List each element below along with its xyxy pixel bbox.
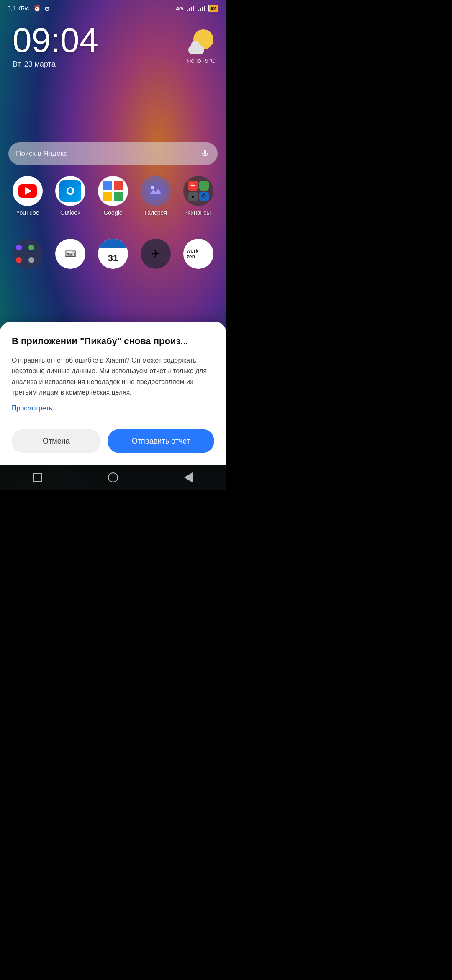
app-item-gallery[interactable]: Галерея bbox=[137, 176, 175, 216]
dialog-title: В приложении "Пикабу" снова произ... bbox=[12, 335, 214, 348]
dialog-body: Отправить отчет об ошибке в Xiaomi? Он м… bbox=[12, 355, 214, 398]
status-right: 4G 92 bbox=[176, 5, 218, 12]
cal-top-bar bbox=[98, 239, 128, 248]
outlook-inner: O bbox=[59, 180, 81, 202]
mi-3 bbox=[16, 257, 22, 263]
gallery-label: Галерея bbox=[144, 209, 167, 216]
clock-date: Вт, 23 марта bbox=[13, 60, 98, 69]
calendar-icon: 31 bbox=[98, 239, 128, 269]
alarm-icon: ⏰ bbox=[33, 5, 41, 12]
g-green bbox=[114, 192, 123, 201]
youtube-label: YouTube bbox=[16, 209, 39, 216]
g-blue bbox=[103, 181, 112, 190]
fi-4: G bbox=[199, 192, 209, 202]
svg-point-1 bbox=[151, 186, 154, 189]
dialog-buttons: Отмена Отправить отчет bbox=[12, 429, 214, 453]
weather-section: Ясно -9°C bbox=[187, 29, 216, 64]
mic-icon[interactable] bbox=[200, 149, 210, 159]
svg-point-0 bbox=[146, 182, 165, 200]
clock-section: 09:04 Вт, 23 марта bbox=[13, 23, 98, 69]
app-item-calendar[interactable]: 31 bbox=[94, 239, 132, 269]
app-item-google[interactable]: Google bbox=[94, 176, 132, 216]
network-4g-icon: 4G bbox=[176, 5, 183, 12]
dialog-view-link[interactable]: Просмотреть bbox=[12, 405, 52, 412]
finance-label: Финансы bbox=[186, 209, 211, 216]
mi-4 bbox=[28, 257, 34, 263]
app-item-telegram[interactable]: ✈ bbox=[137, 239, 175, 269]
g-red bbox=[114, 181, 123, 190]
home-button[interactable] bbox=[105, 470, 121, 485]
outlook-icon: O bbox=[55, 176, 85, 206]
workzen-icon: work zen bbox=[183, 239, 213, 269]
google-label: Google bbox=[103, 209, 122, 216]
app-grid-row1: YouTube O Outlook Google Галере bbox=[0, 176, 226, 216]
search-placeholder: Поиск в Яндекс bbox=[16, 150, 200, 158]
battery-indicator: 92 bbox=[208, 5, 218, 12]
google-account-icon: G bbox=[45, 5, 50, 12]
yt-triangle bbox=[25, 187, 32, 195]
recents-button[interactable] bbox=[30, 470, 45, 485]
mi-2 bbox=[28, 245, 34, 250]
fi-2 bbox=[199, 181, 209, 191]
telegram-icon: ✈ bbox=[141, 239, 171, 269]
clock-time: 09:04 bbox=[13, 23, 98, 57]
app-item-multi[interactable] bbox=[9, 239, 46, 269]
app-item-workzen[interactable]: work zen bbox=[180, 239, 217, 269]
send-report-button[interactable]: Отправить отчет bbox=[108, 429, 214, 453]
app-item-youtube[interactable]: YouTube bbox=[9, 176, 46, 216]
youtube-icon bbox=[13, 176, 43, 206]
cancel-button[interactable]: Отмена bbox=[12, 429, 101, 453]
search-bar[interactable]: Поиск в Яндекс bbox=[8, 142, 218, 165]
status-left: 0,1 КБ/с ⏰ G bbox=[8, 5, 49, 12]
network-speed: 0,1 КБ/с bbox=[8, 5, 29, 12]
weather-label: Ясно -9°C bbox=[187, 57, 216, 64]
keyboard-icon: ⌨ bbox=[55, 239, 85, 269]
app-item-keyboard[interactable]: ⌨ bbox=[51, 239, 89, 269]
mi-1 bbox=[16, 245, 22, 250]
app-item-outlook[interactable]: O Outlook bbox=[51, 176, 89, 216]
outlook-label: Outlook bbox=[60, 209, 80, 216]
finance-icon: ⛔ ● G bbox=[183, 176, 213, 206]
weather-icon bbox=[188, 29, 213, 54]
navigation-bar bbox=[0, 465, 226, 490]
app-grid-row2: ⌨ 31 ✈ work zen bbox=[0, 239, 226, 269]
recents-icon bbox=[33, 473, 42, 482]
google-grid bbox=[103, 181, 123, 201]
signal-bars-1 bbox=[187, 5, 194, 11]
g-yellow bbox=[103, 192, 112, 201]
fi-3: ● bbox=[188, 192, 198, 202]
multi-icon bbox=[13, 239, 43, 269]
status-bar: 0,1 КБ/с ⏰ G 4G 92 bbox=[0, 0, 226, 17]
yt-play-shape bbox=[18, 184, 37, 198]
app-item-finance[interactable]: ⛔ ● G Финансы bbox=[180, 176, 217, 216]
error-dialog: В приложении "Пикабу" снова произ... Отп… bbox=[0, 322, 226, 465]
google-icon bbox=[98, 176, 128, 206]
home-icon bbox=[108, 472, 118, 482]
cloud-shape bbox=[188, 45, 204, 54]
fi-1: ⛔ bbox=[188, 181, 198, 191]
finance-icons-grid: ⛔ ● G bbox=[188, 181, 209, 201]
back-button[interactable] bbox=[181, 470, 196, 485]
back-icon bbox=[184, 472, 193, 482]
gallery-svg bbox=[146, 182, 165, 200]
cal-body: 31 bbox=[108, 248, 118, 269]
signal-bars-2 bbox=[198, 5, 205, 11]
gallery-icon bbox=[141, 176, 171, 206]
